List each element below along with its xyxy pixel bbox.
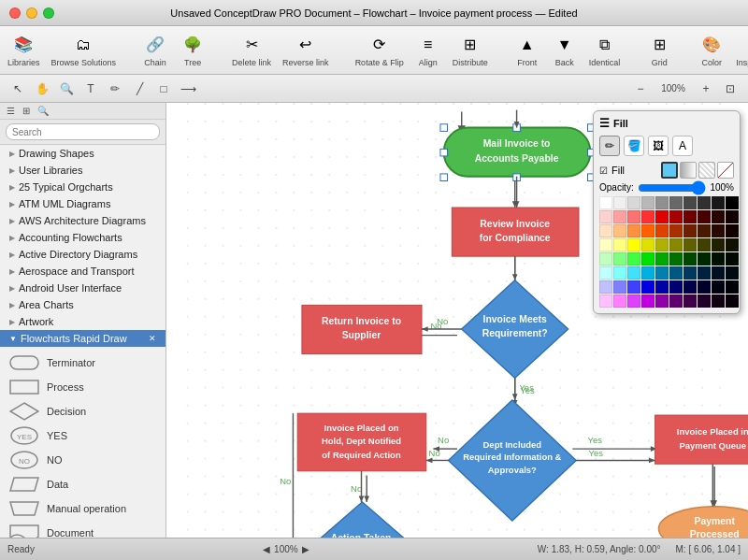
sidebar-item-close-icon[interactable]: ✕ [149, 334, 156, 343]
sidebar-grid-view[interactable]: ⊞ [20, 105, 33, 117]
sidebar-item-artwork[interactable]: ▶ Artwork [0, 313, 165, 330]
color-cell[interactable] [613, 252, 626, 266]
canvas-area[interactable]: No Yes No Yes No Yes [166, 103, 748, 538]
sidebar-item-area-charts[interactable]: ▶ Area Charts [0, 296, 165, 313]
color-cell[interactable] [613, 238, 626, 251]
color-button[interactable]: 🎨 Color [698, 34, 725, 67]
sidebar-item-android[interactable]: ▶ Android User Interface [0, 280, 165, 296]
shape-tool[interactable]: □ [153, 79, 174, 99]
color-cell[interactable] [669, 238, 683, 251]
color-cell[interactable] [599, 210, 612, 223]
color-pattern-box[interactable] [698, 162, 715, 179]
shape-decision[interactable]: Decision [4, 399, 162, 424]
color-cell[interactable] [712, 196, 725, 209]
color-cell[interactable] [669, 252, 683, 266]
zoom-in-btn[interactable]: + [696, 79, 716, 99]
color-cell[interactable] [726, 210, 739, 223]
color-cell[interactable] [599, 266, 612, 280]
node-review-invoice[interactable]: Review Invoice for Compliance [452, 208, 579, 256]
fit-btn[interactable]: ⊡ [720, 79, 741, 99]
text-tool[interactable]: T [80, 79, 101, 99]
zoom-tool[interactable]: 🔍 [56, 79, 77, 99]
zoom-level[interactable]: 100% [654, 79, 692, 99]
color-cell[interactable] [641, 210, 654, 223]
back-button[interactable]: ▼ Back [552, 34, 578, 67]
hand-tool[interactable]: ✋ [32, 79, 52, 99]
distribute-button[interactable]: ⊞ Distribute [453, 34, 488, 67]
color-cell[interactable] [669, 196, 683, 209]
color-cell[interactable] [641, 238, 654, 251]
maximize-button[interactable] [43, 7, 54, 19]
color-cell[interactable] [599, 224, 612, 237]
color-cell[interactable] [627, 266, 640, 280]
color-cell[interactable] [627, 294, 640, 308]
color-cell[interactable] [669, 294, 683, 308]
color-cell[interactable] [726, 224, 739, 237]
color-cell[interactable] [726, 280, 739, 294]
front-button[interactable]: ▲ Front [514, 34, 540, 67]
window-controls[interactable] [9, 7, 54, 19]
color-cell[interactable] [726, 196, 739, 209]
color-cell[interactable] [613, 210, 626, 223]
sidebar-item-flowcharts-rapid-draw[interactable]: ▼ Flowcharts Rapid Draw ✕ [0, 330, 165, 347]
color-cell[interactable] [655, 294, 669, 308]
node-invoice-queue[interactable]: Invoice Placed in Payment Queue [655, 415, 748, 464]
color-cell[interactable] [698, 210, 711, 223]
color-cell[interactable] [641, 294, 654, 308]
color-cell[interactable] [683, 224, 697, 237]
color-cell[interactable] [627, 252, 640, 266]
color-cell[interactable] [683, 196, 697, 209]
color-cell[interactable] [712, 224, 725, 237]
rotate-flip-button[interactable]: ⟳ Rotate & Flip [355, 34, 404, 67]
reverse-link-button[interactable]: ↩ Reverse link [282, 34, 329, 67]
color-cell[interactable] [641, 266, 654, 280]
color-cell[interactable] [655, 224, 669, 237]
browse-solutions-button[interactable]: 🗂 Browse Solutions [51, 34, 117, 67]
node-return-invoice[interactable]: Return Invoice to Supplier [302, 305, 422, 353]
connect-tool[interactable]: ⟶ [178, 79, 198, 99]
color-cell[interactable] [655, 238, 669, 251]
search-input[interactable] [6, 123, 160, 140]
color-cell[interactable] [669, 266, 683, 280]
tree-button[interactable]: 🌳 Tree [180, 34, 206, 67]
bucket-tab[interactable]: 🪣 [624, 136, 644, 156]
color-cell[interactable] [726, 266, 739, 280]
color-cell[interactable] [613, 266, 626, 280]
color-cell[interactable] [655, 280, 669, 294]
color-cell[interactable] [613, 280, 626, 294]
color-cell[interactable] [655, 266, 669, 280]
color-cell[interactable] [613, 294, 626, 308]
sidebar-item-active-directory[interactable]: ▶ Active Directory Diagrams [0, 246, 165, 263]
pencil-tab[interactable]: ✏ [599, 136, 620, 156]
color-cell[interactable] [599, 280, 612, 294]
color-cell[interactable] [726, 294, 739, 308]
zoom-next-btn[interactable]: ▶ [302, 544, 309, 554]
sidebar-list-view[interactable]: ☰ [4, 105, 18, 117]
pen-tool[interactable]: ✏ [105, 79, 125, 99]
color-cell[interactable] [683, 266, 697, 280]
image-tab[interactable]: 🖼 [648, 136, 669, 156]
color-gradient-box[interactable] [680, 162, 697, 179]
align-button[interactable]: ≡ Align [415, 34, 441, 67]
color-cell[interactable] [627, 196, 640, 209]
color-cell[interactable] [698, 238, 711, 251]
sidebar-item-atm-uml[interactable]: ▶ ATM UML Diagrams [0, 195, 165, 212]
text-tab[interactable]: A [672, 136, 693, 156]
node-mail-invoice[interactable]: Mail Invoice to Accounts Payable [440, 124, 595, 181]
color-cell[interactable] [669, 210, 683, 223]
sidebar-item-accounting[interactable]: ▶ Accounting Flowcharts [0, 229, 165, 246]
color-cell[interactable] [613, 196, 626, 209]
color-cell[interactable] [712, 252, 725, 266]
fill-checkbox[interactable]: ☑ [599, 165, 608, 176]
color-cell[interactable] [599, 252, 612, 266]
inspectors-button[interactable]: ℹ Inspectors [736, 34, 748, 67]
color-cell[interactable] [712, 210, 725, 223]
color-cell[interactable] [627, 238, 640, 251]
line-tool[interactable]: ╱ [129, 79, 150, 99]
color-cell[interactable] [655, 210, 669, 223]
color-cell[interactable] [698, 266, 711, 280]
zoom-out-btn[interactable]: − [630, 79, 651, 99]
delete-link-button[interactable]: ✂ Delete link [232, 34, 271, 67]
libraries-button[interactable]: 📚 Libraries [7, 34, 40, 67]
sidebar-item-drawing-shapes[interactable]: ▶ Drawing Shapes [0, 145, 165, 162]
